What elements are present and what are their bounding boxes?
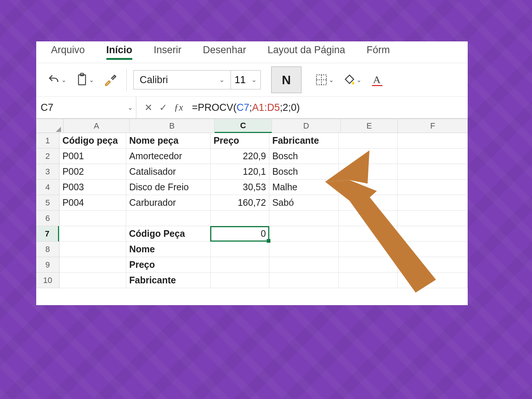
- cell[interactable]: [269, 226, 339, 242]
- tab-desenhar[interactable]: Desenhar: [203, 41, 246, 58]
- cell[interactable]: [398, 149, 468, 164]
- cell[interactable]: [269, 242, 339, 257]
- cell[interactable]: [59, 242, 126, 257]
- bold-button[interactable]: N: [271, 66, 301, 93]
- col-header-F[interactable]: F: [398, 119, 468, 133]
- row-header-1[interactable]: 1: [36, 133, 59, 149]
- cell[interactable]: [211, 273, 269, 288]
- tab-arquivo[interactable]: Arquivo: [51, 41, 85, 58]
- cell[interactable]: 160,72: [211, 195, 269, 211]
- cell[interactable]: [59, 257, 126, 273]
- cell[interactable]: Carburador: [126, 195, 211, 211]
- cell[interactable]: Bosch: [269, 164, 339, 180]
- fill-color-button[interactable]: ⌄: [340, 69, 364, 91]
- cell[interactable]: [339, 164, 398, 180]
- cell[interactable]: Fabricante: [126, 273, 211, 288]
- paint-bucket-icon: [343, 74, 356, 86]
- row-header-5[interactable]: 5: [36, 195, 59, 211]
- row-header-8[interactable]: 8: [36, 242, 59, 257]
- paste-button[interactable]: ⌄: [73, 69, 97, 91]
- formula-bar-input[interactable]: =PROCV( C7 ; A1:D5 ; 2 ; 0 ): [191, 97, 468, 118]
- cell[interactable]: 120,1: [211, 164, 269, 180]
- tab-formulas[interactable]: Fórm: [366, 41, 390, 58]
- cell[interactable]: Nome: [126, 242, 211, 257]
- cell[interactable]: Sabó: [269, 195, 339, 211]
- cell[interactable]: Amortecedor: [126, 149, 211, 164]
- cell[interactable]: [339, 242, 398, 257]
- cell[interactable]: [211, 211, 269, 226]
- tab-inicio[interactable]: Início: [106, 41, 133, 60]
- cell[interactable]: [59, 273, 126, 288]
- col-header-C[interactable]: C: [215, 119, 272, 133]
- cell[interactable]: [398, 195, 468, 211]
- cell[interactable]: Código Peça: [126, 226, 210, 242]
- cell[interactable]: Malhe: [269, 180, 339, 195]
- cell[interactable]: [59, 211, 126, 226]
- cell[interactable]: [269, 273, 339, 288]
- undo-button[interactable]: ⌄: [44, 69, 69, 91]
- tab-layout-pagina[interactable]: Layout da Página: [267, 41, 345, 58]
- row-header-9[interactable]: 9: [36, 257, 59, 273]
- cell[interactable]: Nome peça: [126, 133, 211, 149]
- cell[interactable]: [339, 133, 398, 149]
- row-header-3[interactable]: 3: [36, 164, 59, 180]
- tab-inserir[interactable]: Inserir: [154, 41, 181, 58]
- cell-selected[interactable]: 0: [210, 226, 269, 242]
- cell[interactable]: [398, 180, 468, 195]
- cell[interactable]: [339, 180, 398, 195]
- cell[interactable]: [398, 211, 468, 226]
- row-header-10[interactable]: 10: [36, 273, 59, 288]
- cell[interactable]: P004: [59, 195, 126, 211]
- cell[interactable]: [269, 257, 339, 273]
- col-header-E[interactable]: E: [341, 119, 398, 133]
- cell[interactable]: Código peça: [59, 133, 126, 149]
- cell[interactable]: P003: [59, 180, 126, 195]
- cell[interactable]: [339, 273, 398, 288]
- cell[interactable]: Bosch: [269, 149, 339, 164]
- font-color-button[interactable]: A: [368, 69, 386, 91]
- row-header-4[interactable]: 4: [36, 180, 59, 195]
- col-header-A[interactable]: A: [64, 119, 130, 133]
- cell[interactable]: [339, 211, 398, 226]
- cell[interactable]: [211, 257, 269, 273]
- cell[interactable]: 220,9: [211, 149, 269, 164]
- col-header-D[interactable]: D: [272, 119, 341, 133]
- cell[interactable]: [339, 195, 398, 211]
- cell[interactable]: Disco de Freio: [126, 180, 211, 195]
- formula-arg4: 0: [291, 102, 296, 113]
- cell[interactable]: [398, 164, 468, 180]
- cell[interactable]: Preço: [211, 133, 269, 149]
- name-box[interactable]: C7 ⌄: [36, 97, 136, 118]
- font-size-dropdown[interactable]: 11 ⌄: [231, 71, 260, 89]
- cell[interactable]: [398, 273, 468, 288]
- row-header-2[interactable]: 2: [36, 149, 59, 164]
- cell[interactable]: 30,53: [211, 180, 269, 195]
- svg-text:A: A: [373, 74, 381, 85]
- cell[interactable]: [269, 211, 339, 226]
- cell[interactable]: P002: [59, 164, 126, 180]
- cell[interactable]: [211, 242, 269, 257]
- cell[interactable]: [126, 211, 211, 226]
- row-header-6[interactable]: 6: [36, 211, 59, 226]
- fx-icon[interactable]: ƒx: [174, 102, 183, 113]
- cell[interactable]: [339, 226, 398, 242]
- cell[interactable]: [59, 226, 126, 242]
- borders-button[interactable]: ⌄: [312, 69, 337, 91]
- cell[interactable]: P001: [59, 149, 126, 164]
- cell[interactable]: [398, 242, 468, 257]
- cancel-formula-icon[interactable]: ✕: [144, 102, 153, 113]
- cell[interactable]: [339, 149, 398, 164]
- row-header-7[interactable]: 7: [36, 226, 59, 242]
- cell[interactable]: [398, 257, 468, 273]
- font-name-dropdown[interactable]: Calibri ⌄: [134, 71, 231, 89]
- select-all-corner[interactable]: [36, 119, 64, 133]
- enter-formula-icon[interactable]: ✓: [159, 102, 167, 113]
- cell[interactable]: [398, 226, 468, 242]
- cell[interactable]: Catalisador: [126, 164, 211, 180]
- cell[interactable]: [398, 133, 468, 149]
- format-painter-button[interactable]: [100, 69, 120, 91]
- col-header-B[interactable]: B: [130, 119, 215, 133]
- cell[interactable]: Preço: [126, 257, 211, 273]
- cell[interactable]: [339, 257, 398, 273]
- cell[interactable]: Fabricante: [269, 133, 339, 149]
